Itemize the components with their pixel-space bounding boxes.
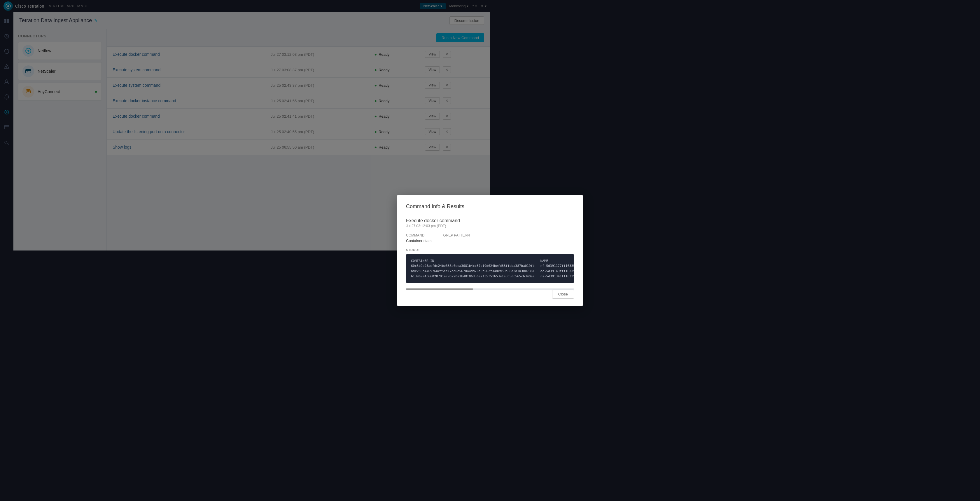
modal-meta: Command Container stats Grep Pattern [406, 233, 490, 243]
stdout-label: STDOUT [406, 248, 490, 250]
modal-overlay[interactable]: Command Info & Results Execute docker co… [0, 0, 490, 250]
modal-command-meta: Command Container stats [406, 233, 431, 243]
modal-subtitle: Execute docker command [406, 218, 490, 223]
grep-label: Grep Pattern [443, 233, 469, 237]
command-info-modal: Command Info & Results Execute docker co… [397, 195, 490, 250]
modal-date: Jul 27 03:12:03 pm (PDT) [406, 224, 490, 228]
command-value: Container stats [406, 239, 431, 243]
modal-title: Command Info & Results [406, 204, 490, 210]
modal-divider [406, 214, 490, 214]
modal-grep-meta: Grep Pattern [443, 233, 469, 243]
command-label: Command [406, 233, 431, 237]
